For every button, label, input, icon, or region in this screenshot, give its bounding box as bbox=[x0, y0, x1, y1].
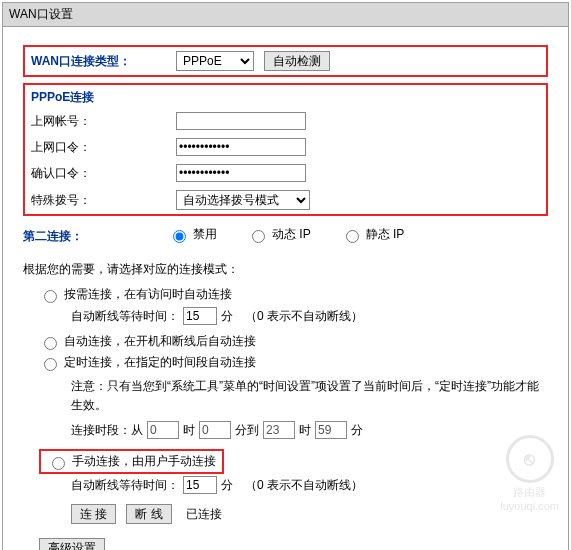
manual-wait-input[interactable] bbox=[183, 476, 217, 494]
wan-type-highlight: WAN口连接类型： PPPoE 自动检测 bbox=[23, 45, 548, 77]
mode-manual[interactable]: 手动连接，由用户手动连接 bbox=[47, 453, 216, 470]
password-input[interactable] bbox=[176, 138, 306, 156]
special-dial-select[interactable]: 自动选择拨号模式 bbox=[176, 190, 310, 210]
time-prefix: 连接时段：从 bbox=[71, 422, 143, 439]
account-label: 上网帐号： bbox=[31, 113, 176, 130]
mode-scheduled-label: 定时连接，在指定的时间段自动连接 bbox=[64, 354, 256, 371]
radio-static[interactable] bbox=[346, 230, 359, 243]
wait-note-1: （0 表示不自动断线） bbox=[245, 308, 363, 325]
radio-disable-label: 禁用 bbox=[193, 226, 217, 243]
radio-dynamic-label: 动态 IP bbox=[272, 226, 311, 243]
manual-highlight: 手动连接，由用户手动连接 bbox=[39, 449, 224, 474]
time-m2-input bbox=[315, 421, 347, 439]
wan-type-select[interactable]: PPPoE bbox=[176, 51, 254, 71]
pppoe-highlight: PPPoE连接 上网帐号： 上网口令： 确认口令： 特殊拨号： 自动选择拨号模式 bbox=[23, 83, 548, 216]
radio-auto[interactable] bbox=[44, 337, 57, 350]
hour-unit-2: 时 bbox=[299, 422, 311, 439]
connect-button[interactable]: 连 接 bbox=[71, 504, 116, 524]
radio-dynamic[interactable] bbox=[252, 230, 265, 243]
confirm-label: 确认口令： bbox=[31, 165, 176, 182]
window-title: WAN口设置 bbox=[3, 3, 568, 27]
radio-scheduled[interactable] bbox=[44, 358, 57, 371]
hour-unit-1: 时 bbox=[183, 422, 195, 439]
pppoe-header: PPPoE连接 bbox=[31, 89, 540, 106]
wait-unit-2: 分 bbox=[221, 477, 233, 494]
mode-hint: 根据您的需要，请选择对应的连接模式： bbox=[23, 261, 548, 278]
account-input[interactable] bbox=[176, 112, 306, 130]
min-unit-2: 分 bbox=[351, 422, 363, 439]
time-h1-input bbox=[147, 421, 179, 439]
mode-auto-label: 自动连接，在开机和断线后自动连接 bbox=[64, 333, 256, 350]
time-m1-input bbox=[199, 421, 231, 439]
password-label: 上网口令： bbox=[31, 139, 176, 156]
confirm-input[interactable] bbox=[176, 164, 306, 182]
on-demand-wait-input[interactable] bbox=[183, 307, 217, 325]
wait-unit-1: 分 bbox=[221, 308, 233, 325]
radio-disable[interactable] bbox=[173, 230, 186, 243]
scheduled-note: 注意：只有当您到“系统工具”菜单的“时间设置”项设置了当前时间后，“定时连接”功… bbox=[39, 377, 548, 415]
advanced-button[interactable]: 高级设置 bbox=[39, 538, 105, 550]
manual-wait-label: 自动断线等待时间： bbox=[71, 477, 179, 494]
radio-static-label: 静态 IP bbox=[366, 226, 405, 243]
mode-on-demand-label: 按需连接，在有访问时自动连接 bbox=[64, 286, 232, 303]
second-conn-static[interactable]: 静态 IP bbox=[341, 226, 405, 243]
mode-manual-label: 手动连接，由用户手动连接 bbox=[72, 453, 216, 470]
wait-note-2: （0 表示不自动断线） bbox=[245, 477, 363, 494]
radio-on-demand[interactable] bbox=[44, 290, 57, 303]
disconnect-button[interactable]: 断 线 bbox=[126, 504, 171, 524]
connection-status: 已连接 bbox=[186, 506, 222, 523]
time-to: 分到 bbox=[235, 422, 259, 439]
second-conn-dynamic[interactable]: 动态 IP bbox=[247, 226, 311, 243]
time-h2-input bbox=[263, 421, 295, 439]
radio-manual[interactable] bbox=[52, 457, 65, 470]
mode-on-demand[interactable]: 按需连接，在有访问时自动连接 bbox=[39, 286, 548, 303]
second-conn-label: 第二连接： bbox=[23, 228, 168, 245]
auto-detect-button[interactable]: 自动检测 bbox=[264, 51, 330, 71]
on-demand-wait-label: 自动断线等待时间： bbox=[71, 308, 179, 325]
wan-type-label: WAN口连接类型： bbox=[31, 53, 176, 70]
mode-auto[interactable]: 自动连接，在开机和断线后自动连接 bbox=[39, 333, 548, 350]
mode-scheduled[interactable]: 定时连接，在指定的时间段自动连接 bbox=[39, 354, 548, 371]
special-dial-label: 特殊拨号： bbox=[31, 192, 176, 209]
second-conn-disable[interactable]: 禁用 bbox=[168, 226, 217, 243]
